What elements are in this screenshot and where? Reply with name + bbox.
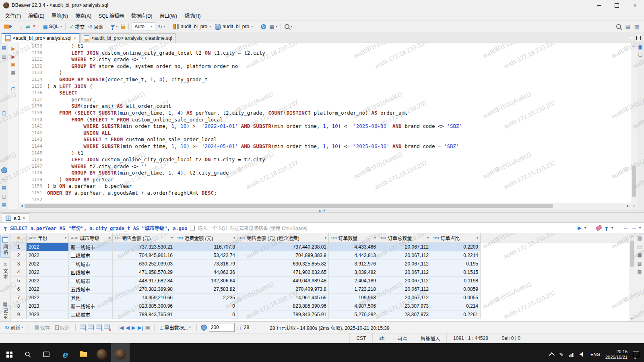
output-grid-icon[interactable]: ▦ [2,202,6,207]
delete-row-icon[interactable]: × [104,325,110,330]
result-grid-icon[interactable]: ▦ [11,70,15,75]
grid-corner-cell[interactable] [11,233,27,243]
grid-cell[interactable]: 789,843,765.91 [237,311,329,319]
status-timezone[interactable]: CST [349,333,372,343]
grid-cell[interactable]: 0 [175,311,237,319]
schema-select[interactable]: audit_bi_pro▾ [213,23,255,31]
column-header-4[interactable]: 123运费金额 (元)▾ [175,233,237,243]
view-tab-grid[interactable]: 网格 [0,235,10,258]
code-line[interactable]: 1151ORDER BY a.perYear, a.goodsAmt + a.o… [19,190,631,197]
code-line[interactable]: 1137 perYear, [19,97,631,103]
grid-cell[interactable]: 20,067,112 [378,243,431,251]
grid-cell[interactable]: 0.1198 [431,277,481,285]
scroll-track[interactable] [631,49,637,203]
pull-changes-button[interactable]: ↓ [18,23,24,30]
editor-horizontal-scrollbar[interactable]: ◀ ▶ [19,203,631,209]
grid-cell[interactable]: 五线城市 [69,285,113,294]
grid-cell[interactable]: 4,443,813 [329,251,378,260]
grid-cell[interactable]: 2,404,189 [329,277,378,285]
column-header-1[interactable]: ABC年份▾ [27,233,69,243]
status-insert-mode[interactable]: 智能插入 [414,333,446,343]
tray-expand-icon[interactable] [549,352,555,358]
search-button[interactable]: ▾ [283,23,294,30]
transaction-history-button[interactable]: ↻▾ [156,23,167,30]
row-number[interactable]: 9 [11,311,27,319]
code-line[interactable]: 1129 ) t1 [19,43,631,50]
speaker-icon[interactable] [580,352,585,357]
caret-down-icon[interactable]: ▾ [611,226,613,230]
filter-expression[interactable]: SELECT a.perYear AS "年份", a.city_grade_t… [10,224,187,231]
row-number[interactable]: 4 [11,268,27,277]
edit-cell-icon[interactable]: ✎ [80,325,86,330]
scroll-track[interactable] [25,203,625,209]
focus-row-icon[interactable]: ▣ [145,325,150,330]
fetch-size-input[interactable] [209,323,235,332]
grid-cell[interactable]: 2022 [27,243,69,251]
code-line[interactable]: 1138 SUM(order_amt) AS all_order_count [19,103,631,110]
open-perspective-icon[interactable]: ▤ [625,24,630,29]
scroll-up-icon[interactable]: ▲ [631,43,637,49]
task-view-button[interactable] [37,343,56,362]
transaction-log-button[interactable]: ▾ [109,24,119,29]
row-number[interactable]: 3 [11,260,27,268]
view-tab-text[interactable]: ≡ 文本 [1,260,10,282]
grid-cell[interactable]: 448,917,682.84 [113,277,175,285]
code-line[interactable]: 1148 GROUP BY SUBSTR(min_order_time, 1, … [19,170,631,177]
menu-item[interactable]: 文件(F) [2,11,25,20]
column-header-3[interactable]: 123销售金额 (元)▾ [113,233,175,243]
menu-item[interactable]: 搜索(A) [72,11,95,20]
restore-panel-icon[interactable]: ▤ [2,45,6,50]
grid-cell[interactable]: 471,858,570.29 [113,268,175,277]
code-editor[interactable]: 1129 ) t11130 LEFT JOIN custom_online_ci… [19,43,631,209]
grid-cell[interactable]: 449,049,989.48 [237,277,329,285]
grid-cell[interactable]: 2022 [27,285,69,294]
grid-cell[interactable]: 二线城市 [69,260,113,268]
fetch-more-icon[interactable]: ↓↓ [237,325,242,330]
scroll-down-icon[interactable]: ▼ [631,203,637,209]
grid-cell[interactable]: 0.2261 [431,311,481,319]
scroll-left-icon[interactable]: ◀ [19,203,25,209]
scroll-thumb[interactable] [630,241,634,267]
collapse-up-icon[interactable]: ▲ [318,209,322,212]
grid-cell[interactable]: 2022 [27,260,69,268]
lock-button[interactable] [119,23,126,30]
menu-item[interactable]: SQL 编辑器 [95,11,128,20]
menu-item[interactable]: 窗口(W) [156,11,181,20]
save-filter-icon[interactable] [605,227,609,229]
grid-cell[interactable]: 5,270,282 [329,311,378,319]
column-header-2[interactable]: ABC城市等级▾ [69,233,113,243]
ink-workspace-icon[interactable]: ✎ [559,352,564,358]
save-button[interactable]: 保存 [33,323,52,332]
first-row-icon[interactable]: |◀ [118,325,124,330]
grid-cell[interactable]: 53,422.74 [175,251,237,260]
grid-cell[interactable]: 823,885,390.96 [237,302,329,311]
status-selection[interactable]: Sel: 0 | 0 [495,333,527,343]
quick-search-icon[interactable] [616,24,621,29]
code-line[interactable]: 1139 FROM (SELECT SUBSTR(min_order_time,… [19,110,631,117]
code-line[interactable]: 1133 ) [19,70,631,76]
dbeaver-taskbar-button[interactable] [93,343,111,362]
results-tab[interactable]: a 1 × [2,213,29,222]
row-number[interactable]: 1 [11,243,27,251]
tab-analysis-cleartime-sql[interactable]: <audit_bi_pro> analysis_cleartime.sql [80,33,176,43]
previous-row-icon[interactable]: ◀ [126,325,130,330]
input-language[interactable]: ENG [590,352,600,357]
grid-cell[interactable]: 20,067,112 [378,277,431,285]
overflow-dots-icon[interactable]: ··· [2,177,6,182]
execute-script-icon[interactable]: ▶ [11,54,15,59]
status-language[interactable]: zh [372,333,391,343]
scroll-right-icon[interactable]: ▶ [625,203,631,209]
column-menu-icon[interactable]: ▾ [171,236,173,240]
calc-panel-icon[interactable]: ▦ [637,253,642,257]
grid-cell[interactable]: 20,067,112 [378,251,431,260]
grid-cell[interactable]: 132,306.64 [175,277,237,285]
grid-cell[interactable]: 27,583.82 [175,285,237,294]
scroll-thumb[interactable] [632,166,636,197]
grid-cell[interactable]: 737,440,238.01 [237,243,329,251]
refs-panel-icon[interactable]: ▧ [637,261,642,266]
grid-cell[interactable]: 0.214 [431,302,481,311]
grid-cell[interactable]: 三线城市 [69,311,113,319]
grid-cell[interactable]: 0.0859 [431,285,481,294]
code-line[interactable]: 1130 LEFT JOIN custom_online_city_grade_… [19,50,631,57]
expand-filter-icon[interactable] [190,226,195,230]
